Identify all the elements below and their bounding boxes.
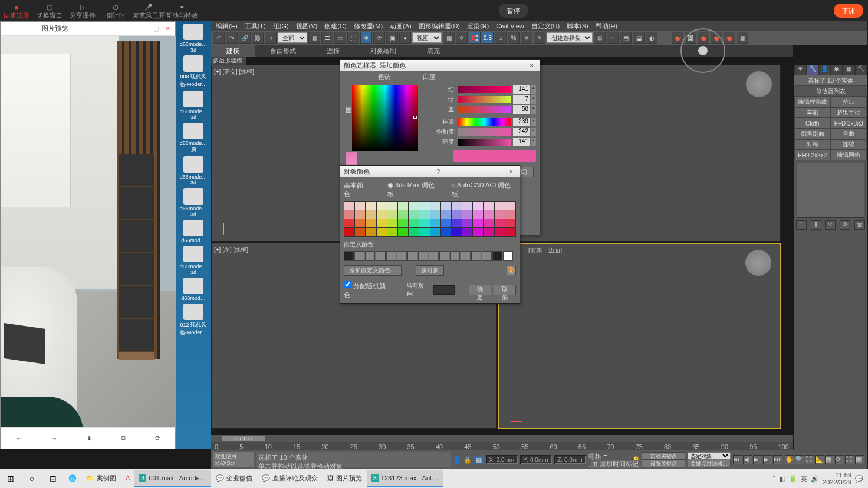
palette-swatch[interactable] <box>505 202 515 210</box>
viewcube[interactable] <box>745 250 771 276</box>
ribbon-tab-freeform[interactable]: 自由形式 <box>255 45 311 57</box>
mod-shell[interactable]: 连续 <box>831 139 867 150</box>
mod-edit-mesh[interactable]: 编辑网格 <box>831 150 867 160</box>
custom-swatch[interactable] <box>450 251 460 261</box>
dialog-close-button[interactable]: ✕ <box>527 62 536 70</box>
tab-motion[interactable]: ◉ <box>831 65 843 75</box>
prev-frame-button[interactable]: ◀ <box>743 455 752 464</box>
tray-volume-icon[interactable]: 🔊 <box>811 475 819 483</box>
val-value[interactable]: 141 <box>513 138 530 146</box>
green-spinner[interactable]: ▴ <box>531 95 536 104</box>
palette-swatch[interactable] <box>387 228 397 236</box>
mod-lathe[interactable]: 车削 <box>794 107 831 118</box>
palette-swatch[interactable] <box>377 228 387 236</box>
palette-swatch[interactable] <box>355 219 365 227</box>
current-color-swatch[interactable] <box>433 285 455 295</box>
taskbar-preview[interactable]: 🖼 图片预览 <box>323 470 367 487</box>
mod-bevel[interactable]: 倒角剖面 <box>794 128 831 139</box>
dialog-titlebar[interactable]: 对象颜色 ? × <box>340 166 520 177</box>
sat-spinner[interactable]: ▴ <box>531 128 536 136</box>
palette-swatch[interactable] <box>409 219 419 227</box>
rotate-button[interactable]: ⟳ <box>373 32 385 44</box>
palette-swatch[interactable] <box>355 210 365 219</box>
palette-swatch[interactable] <box>505 210 515 219</box>
manip-button[interactable]: ✥ <box>456 32 468 44</box>
share-button[interactable]: ▷分享课件 <box>66 1 99 20</box>
dialog-titlebar[interactable]: 颜色选择器: 添加颜色 ✕ <box>340 60 540 71</box>
val-slider[interactable] <box>458 139 511 146</box>
max-palette-radio[interactable]: 3ds Max 调色板 <box>387 182 435 197</box>
ok-button[interactable]: 确定 <box>469 285 491 295</box>
zoom-ext-button[interactable]: ▦ <box>825 455 834 464</box>
autokey-button[interactable]: 自动关键点 <box>642 452 685 460</box>
menu-graph[interactable]: 图形编辑器(D) <box>419 22 460 31</box>
palette-swatch[interactable] <box>473 202 483 210</box>
palette-swatch[interactable] <box>344 219 354 227</box>
palette-swatch[interactable] <box>462 202 472 210</box>
tray-icon[interactable]: ◧ <box>780 475 785 483</box>
hue-value[interactable]: 239 <box>513 118 530 126</box>
active-color-icon[interactable]: 🎨 <box>507 266 516 275</box>
tab-modify[interactable]: 🔧 <box>807 65 819 75</box>
end-demo-button[interactable]: ■结束演示 <box>0 2 33 20</box>
unique-button[interactable]: ⩒ <box>825 220 836 230</box>
prev-image-button[interactable]: ← <box>15 435 22 442</box>
tray-chevron-icon[interactable]: ˄ <box>772 475 776 483</box>
palette-swatch[interactable] <box>409 228 419 236</box>
mod-edit-spline[interactable]: 编辑样条线 <box>794 97 831 107</box>
time-tag-icon[interactable]: ⊞ <box>592 460 597 468</box>
palette-swatch[interactable] <box>430 202 440 210</box>
palette-swatch[interactable] <box>484 202 494 210</box>
x-coord-input[interactable] <box>486 455 518 464</box>
show-result-button[interactable]: ‖ <box>811 220 821 230</box>
palette-swatch[interactable] <box>366 219 376 227</box>
palette-swatch[interactable] <box>419 202 429 210</box>
ribbon-tab-model[interactable]: 建模 <box>211 45 255 57</box>
next-frame-button[interactable]: ▶ <box>763 455 772 464</box>
tab-utilities[interactable]: 🔨 <box>855 65 867 75</box>
custom-swatch[interactable] <box>461 251 471 261</box>
cancel-button[interactable]: 取消 <box>494 285 516 295</box>
palette-swatch[interactable] <box>398 228 408 236</box>
taskbar-live[interactable]: 💬 直播评论及观众 <box>257 470 323 487</box>
palette-swatch[interactable] <box>452 202 462 210</box>
pause-button[interactable]: 暂停 <box>499 4 528 18</box>
custom-swatch[interactable] <box>354 251 364 261</box>
palette-swatch[interactable] <box>505 228 515 236</box>
fx-button[interactable]: ✦互动与特效 <box>165 1 198 20</box>
palette-swatch[interactable] <box>441 210 451 219</box>
remove-mod-button[interactable]: ⟳ <box>840 220 850 230</box>
palette-swatch[interactable] <box>366 210 376 219</box>
tab-create[interactable]: ✳ <box>794 65 807 75</box>
link-button[interactable]: 🔗 <box>239 32 251 44</box>
ribbon-tab-populate[interactable]: 填充 <box>412 45 455 57</box>
custom-swatch[interactable] <box>376 251 386 261</box>
green-value[interactable]: 7 <box>513 95 530 104</box>
setkey-button[interactable]: 设置关键点 <box>642 460 685 467</box>
key-filter-button[interactable]: 关键点过滤器… <box>688 460 731 467</box>
menu-customize[interactable]: 自定义(U) <box>531 22 560 31</box>
menu-animation[interactable]: 动画(A) <box>390 22 412 31</box>
custom-swatch[interactable] <box>344 251 354 261</box>
custom-swatch[interactable] <box>429 251 439 261</box>
palette-swatch[interactable] <box>441 228 451 236</box>
palette-swatch[interactable] <box>419 219 429 227</box>
viewport-bottom-right[interactable]: [前实 + 边面] <box>498 243 781 429</box>
time-slider[interactable]: 0 / 100 <box>211 435 793 442</box>
palette-swatch[interactable] <box>495 210 505 219</box>
timer-button[interactable]: ⏱倒计时 <box>99 2 132 20</box>
palette-swatch[interactable] <box>419 228 429 236</box>
by-object-button[interactable]: 按对象 <box>416 265 444 276</box>
align-button[interactable]: ⊞ <box>594 32 606 44</box>
taskbar-explorer[interactable]: 📁 案例图 <box>81 470 121 487</box>
palette-swatch[interactable] <box>377 202 387 210</box>
palette-swatch[interactable] <box>452 228 462 236</box>
palette-swatch[interactable] <box>344 228 354 236</box>
mod-symmetry[interactable]: 对称 <box>794 139 831 150</box>
named-sel-button[interactable]: ❄ <box>521 32 532 44</box>
minimize-button[interactable]: — <box>141 25 147 32</box>
palette-swatch[interactable] <box>419 210 429 219</box>
tab-display[interactable]: ▦ <box>843 65 855 75</box>
max-toggle-button[interactable]: ⛶ <box>845 455 854 464</box>
red-spinner[interactable]: ▴ <box>531 85 536 94</box>
